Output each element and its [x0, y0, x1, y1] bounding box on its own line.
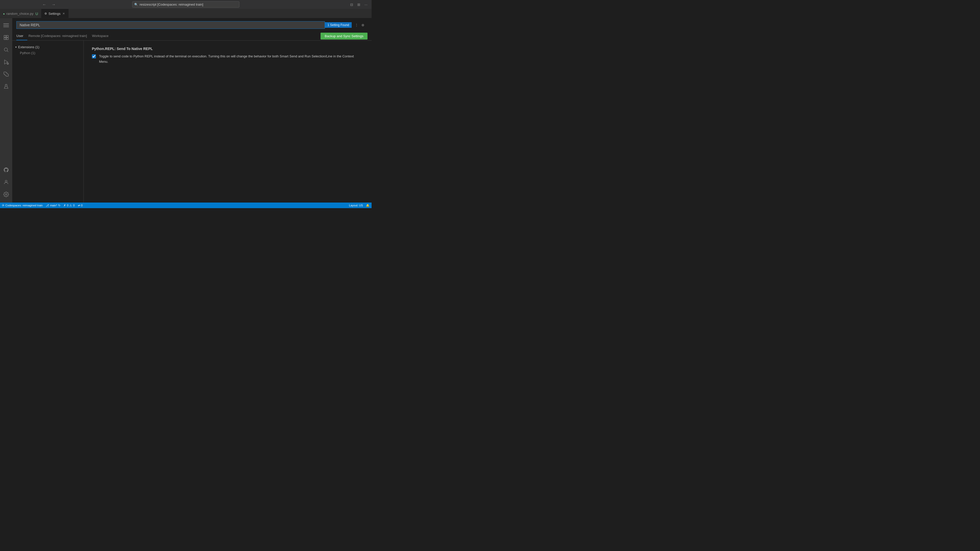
status-bar: ⟳ Codespaces: reimagined train ⎇ main* ↻… [0, 203, 372, 208]
title-bar-actions: ⊟ ⊞ ··· [349, 2, 369, 8]
title-search-icon: 🔍 [134, 3, 138, 6]
status-warning-count: 0 [73, 204, 75, 207]
setting-checkbox[interactable] [92, 54, 96, 59]
svg-rect-1 [3, 25, 9, 25]
setting-description: Toggle to send code to Python REPL inste… [99, 54, 363, 65]
more-actions-icon[interactable]: ··· [363, 2, 369, 8]
settings-tabs: User Remote [Codespaces: reimagined trai… [12, 32, 372, 41]
title-bar: ← → 🔍 ⊟ ⊞ ··· [0, 0, 372, 9]
tab-label: random_choice.py [6, 12, 33, 16]
tab-workspace[interactable]: Workspace [92, 32, 113, 40]
activity-bar-bottom [0, 164, 12, 203]
sidebar-group-extensions-label: Extensions (1) [18, 45, 39, 49]
tab-close-button[interactable]: ✕ [62, 11, 65, 16]
warning-icon: ⚠ [69, 204, 72, 207]
title-search-wrap: 🔍 [132, 1, 239, 8]
settings-area: 1 Setting Found ⋮ ⊗ User Remote [Codespa… [12, 18, 372, 203]
status-errors[interactable]: ✗ 0 ⚠ 0 [64, 204, 75, 207]
sidebar-group-extensions: ▾ Extensions (1) Python (1) [12, 44, 83, 56]
error-icon: ✗ [64, 204, 66, 207]
svg-point-14 [5, 194, 7, 195]
status-ports-count: 0 [81, 204, 83, 207]
setting-item: Toggle to send code to Python REPL inste… [92, 54, 363, 65]
status-branch[interactable]: ⎇ main* ↻ [46, 204, 60, 207]
activity-bar-github[interactable] [0, 164, 12, 176]
settings-search-input[interactable] [16, 21, 325, 29]
forward-button[interactable]: → [50, 1, 57, 8]
tab-settings[interactable]: ⚙ Settings ✕ [41, 9, 68, 18]
settings-sidebar: ▾ Extensions (1) Python (1) [12, 41, 84, 203]
sidebar-group-extensions-header[interactable]: ▾ Extensions (1) [12, 44, 83, 50]
status-branch-label: main* [50, 204, 57, 207]
status-layout[interactable]: Layout: US [349, 204, 363, 207]
status-error-count: 0 [67, 204, 68, 207]
tab-settings-label: Settings [48, 12, 60, 16]
tab-settings-icon: ⚙ [45, 12, 47, 15]
chevron-down-icon: ▾ [15, 46, 17, 48]
tab-unsaved-indicator: U [35, 12, 38, 16]
svg-rect-4 [6, 35, 8, 37]
tab-file-icon: ● [3, 12, 5, 15]
activity-bar-extensions[interactable] [0, 68, 12, 80]
activity-bar-search[interactable] [0, 44, 12, 56]
settings-content: Python.REPL: Send To Native REPL Toggle … [84, 41, 372, 203]
tab-user[interactable]: User [16, 32, 27, 40]
split-editor-icon[interactable]: ⊞ [356, 2, 361, 8]
svg-rect-3 [4, 35, 6, 37]
svg-rect-5 [6, 38, 8, 40]
title-bar-nav: ← → [41, 1, 57, 8]
settings-search-icons: ⋮ ⊗ [352, 22, 368, 28]
main-layout: 1 Setting Found ⋮ ⊗ User Remote [Codespa… [0, 18, 372, 203]
status-right: Layout: US 🔔 [349, 204, 369, 207]
sidebar-child-python[interactable]: Python (1) [12, 50, 83, 56]
backup-sync-button[interactable]: Backup and Sync Settings [321, 33, 368, 40]
tab-bar: ● random_choice.py U ⚙ Settings ✕ [0, 9, 372, 18]
activity-bar-hamburger[interactable] [0, 19, 12, 32]
clear-filter-icon[interactable]: ⊗ [360, 22, 366, 28]
svg-rect-6 [4, 38, 6, 40]
title-search-input[interactable] [132, 1, 239, 8]
sync-icon: ↻ [58, 204, 60, 207]
activity-bar-explorer[interactable] [0, 32, 12, 44]
tab-remote[interactable]: Remote [Codespaces: reimagined train] [28, 32, 91, 40]
svg-rect-0 [3, 24, 9, 24]
activity-bar-gear[interactable] [0, 188, 12, 200]
setting-title: Python.REPL: Send To Native REPL [92, 47, 363, 51]
remote-icon: ⟳ [2, 204, 4, 207]
activity-bar-testing[interactable] [0, 80, 12, 93]
filter-icon[interactable]: ⋮ [354, 22, 360, 28]
settings-body: ▾ Extensions (1) Python (1) Python.REPL:… [12, 41, 372, 203]
back-button[interactable]: ← [41, 1, 48, 8]
svg-line-8 [7, 51, 8, 52]
status-ports[interactable]: ⇌ 0 [78, 204, 83, 207]
branch-icon: ⎇ [46, 204, 49, 207]
status-remote[interactable]: ⟳ Codespaces: reimagined train [2, 204, 43, 207]
tab-random-choice[interactable]: ● random_choice.py U [0, 9, 41, 18]
settings-search-bar: 1 Setting Found ⋮ ⊗ [12, 18, 372, 32]
activity-bar-run[interactable] [0, 56, 12, 68]
svg-point-7 [4, 48, 8, 51]
status-remote-label: Codespaces: reimagined train [5, 204, 43, 207]
settings-found-badge: 1 Setting Found [325, 22, 352, 28]
svg-point-13 [5, 180, 7, 182]
status-bell[interactable]: 🔔 [366, 204, 369, 207]
layout-icon[interactable]: ⊟ [349, 2, 354, 8]
activity-bar [0, 18, 12, 203]
bell-icon: 🔔 [366, 204, 369, 207]
ports-icon: ⇌ [78, 204, 80, 207]
svg-rect-2 [3, 27, 9, 27]
activity-bar-account[interactable] [0, 176, 12, 188]
